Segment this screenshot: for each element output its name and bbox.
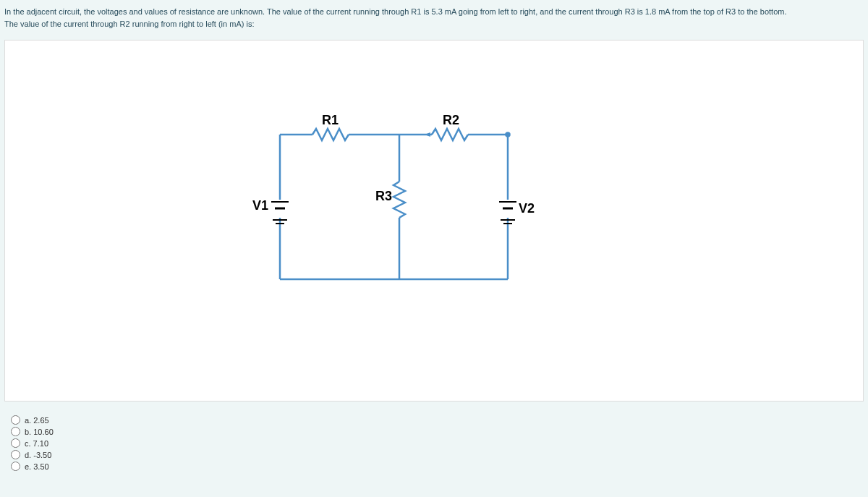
option-e-label: e. 3.50 — [25, 462, 49, 471]
radio-c[interactable] — [11, 438, 20, 448]
radio-e[interactable] — [11, 462, 20, 471]
circuit-svg — [244, 113, 533, 301]
option-c[interactable]: c. 7.10 — [11, 438, 857, 448]
radio-b[interactable] — [11, 427, 20, 436]
question-line-1: In the adjacent circuit, the voltages an… — [4, 7, 786, 16]
label-r3: R3 — [375, 189, 392, 204]
answer-options: a. 2.65 b. 10.60 c. 7.10 d. -3.50 e. 3.5… — [0, 406, 868, 480]
option-d[interactable]: d. -3.50 — [11, 450, 857, 459]
label-r2: R2 — [443, 113, 459, 128]
option-b-label: b. 10.60 — [25, 428, 54, 436]
circuit-container: R1 R2 R3 V1 V2 — [244, 113, 533, 301]
question-text: In the adjacent circuit, the voltages an… — [0, 0, 868, 35]
label-v2: V2 — [519, 201, 535, 216]
option-a[interactable]: a. 2.65 — [11, 415, 857, 425]
circuit-diagram: R1 R2 R3 V1 V2 — [4, 40, 864, 402]
label-v1: V1 — [252, 198, 268, 213]
svg-point-12 — [506, 133, 510, 137]
option-a-label: a. 2.65 — [25, 416, 49, 425]
radio-d[interactable] — [11, 450, 20, 459]
question-line-2: The value of the current through R2 runn… — [4, 20, 254, 28]
option-b[interactable]: b. 10.60 — [11, 427, 857, 436]
option-c-label: c. 7.10 — [25, 439, 48, 448]
label-r1: R1 — [322, 113, 339, 128]
option-e[interactable]: e. 3.50 — [11, 462, 857, 471]
radio-a[interactable] — [11, 415, 20, 425]
option-d-label: d. -3.50 — [25, 451, 51, 459]
